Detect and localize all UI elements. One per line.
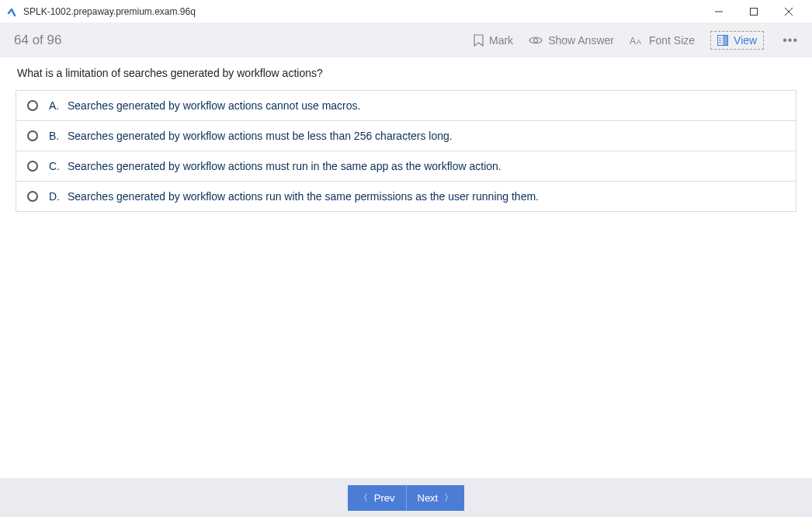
app-icon — [6, 5, 19, 18]
svg-text:A: A — [630, 36, 636, 46]
next-label: Next — [418, 492, 439, 504]
eye-icon — [529, 36, 543, 45]
more-button[interactable]: ••• — [783, 33, 798, 47]
radio-icon — [27, 191, 38, 202]
option-text: Searches generated by workflow actions m… — [68, 130, 453, 142]
font-size-label: Font Size — [649, 34, 695, 47]
option-b[interactable]: B. Searches generated by workflow action… — [16, 121, 796, 151]
minimize-button[interactable] — [701, 0, 736, 23]
footer: 〈 Prev Next 〉 — [0, 478, 812, 517]
mark-label: Mark — [489, 34, 513, 47]
option-text: Searches generated by workflow actions r… — [68, 190, 539, 203]
option-text: Searches generated by workflow actions c… — [68, 99, 360, 112]
chevron-right-icon: 〉 — [444, 491, 453, 505]
close-button[interactable] — [771, 0, 806, 23]
font-size-button[interactable]: AA Font Size — [630, 34, 695, 47]
content: What is a limitation of searches generat… — [0, 57, 812, 212]
option-a[interactable]: A. Searches generated by workflow action… — [16, 91, 796, 121]
font-size-icon: AA — [630, 35, 644, 46]
toolbar: 64 of 96 Mark Show Answer AA Font Size V… — [0, 23, 812, 57]
prev-button[interactable]: 〈 Prev — [348, 485, 407, 511]
svg-text:A: A — [637, 38, 641, 46]
svg-rect-1 — [750, 8, 757, 15]
progress-indicator: 64 of 96 — [14, 33, 474, 48]
svg-rect-8 — [723, 36, 728, 46]
titlebar: SPLK-1002.prepaway.premium.exam.96q — [0, 0, 812, 23]
show-answer-label: Show Answer — [548, 34, 614, 47]
chevron-left-icon: 〈 — [359, 491, 368, 505]
bookmark-icon — [474, 34, 484, 47]
radio-icon — [27, 100, 38, 111]
question-text: What is a limitation of searches generat… — [16, 67, 796, 79]
radio-icon — [27, 161, 38, 172]
mark-button[interactable]: Mark — [474, 34, 513, 47]
next-button[interactable]: Next 〉 — [407, 485, 465, 511]
nav-buttons: 〈 Prev Next 〉 — [348, 485, 464, 511]
prev-label: Prev — [374, 492, 395, 504]
option-letter: D. — [49, 190, 60, 203]
toolbar-actions: Mark Show Answer AA Font Size View ••• — [474, 31, 798, 50]
option-letter: A. — [49, 99, 60, 112]
option-letter: C. — [49, 160, 60, 172]
show-answer-button[interactable]: Show Answer — [529, 34, 614, 47]
option-letter: B. — [49, 130, 60, 142]
window-controls — [701, 0, 806, 23]
maximize-button[interactable] — [736, 0, 771, 23]
option-c[interactable]: C. Searches generated by workflow action… — [16, 151, 796, 182]
radio-icon — [27, 130, 38, 141]
view-icon — [717, 35, 728, 46]
view-label: View — [734, 34, 757, 47]
window-title: SPLK-1002.prepaway.premium.exam.96q — [23, 6, 701, 17]
svg-point-4 — [534, 39, 538, 43]
option-d[interactable]: D. Searches generated by workflow action… — [16, 182, 796, 211]
option-text: Searches generated by workflow actions m… — [68, 160, 501, 172]
options-list: A. Searches generated by workflow action… — [16, 90, 796, 212]
view-button[interactable]: View — [710, 31, 764, 50]
